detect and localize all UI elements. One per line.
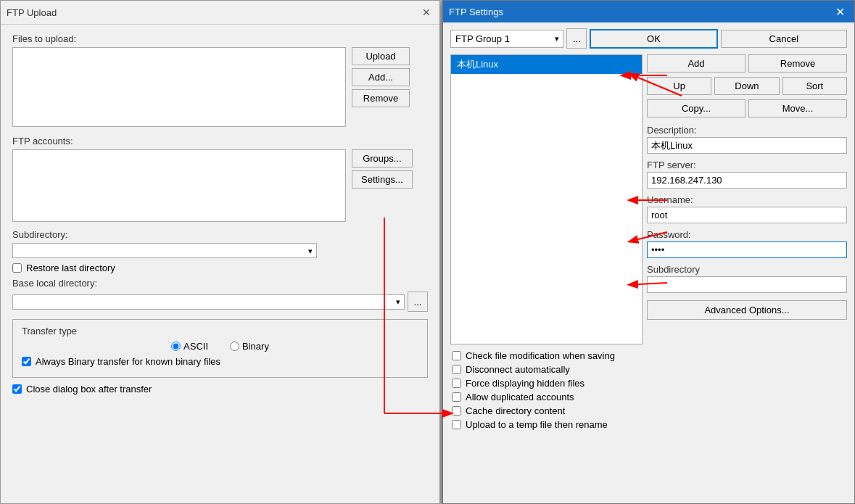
group-dots-button[interactable]: ... bbox=[566, 28, 587, 49]
transfer-type-radio-row: ASCII Binary bbox=[22, 341, 418, 352]
remove-account-button[interactable]: Remove bbox=[748, 54, 847, 73]
base-local-browse-button[interactable]: ... bbox=[408, 292, 428, 312]
settings-main: 本机Linux Add Remove Up Down Sort Copy... bbox=[450, 54, 847, 344]
restore-directory-checkbox[interactable] bbox=[12, 263, 22, 273]
password-label: Password: bbox=[647, 229, 847, 240]
restore-directory-row: Restore last directory bbox=[12, 263, 428, 273]
group-dropdown[interactable]: FTP Group 1 bbox=[450, 30, 563, 48]
cache-directory-checkbox[interactable] bbox=[452, 406, 461, 416]
check-file-modification-row: Check file modification when saving bbox=[452, 350, 846, 361]
up-button[interactable]: Up bbox=[647, 77, 711, 95]
ascii-radio[interactable] bbox=[171, 342, 181, 351]
settings-content: FTP Group 1 ... OK Cancel 本机Linux bbox=[443, 22, 854, 439]
password-input[interactable] bbox=[647, 241, 847, 258]
base-local-label: Base local directory: bbox=[12, 278, 428, 289]
subdirectory-settings-input[interactable] bbox=[647, 276, 847, 293]
subdirectory-dropdown[interactable] bbox=[12, 243, 317, 258]
ftp-upload-titlebar: FTP Upload ✕ bbox=[1, 1, 439, 25]
subdirectory-section: Subdirectory: bbox=[12, 229, 428, 258]
subdirectory-settings-section: Subdirectory bbox=[647, 261, 847, 293]
base-local-dropdown-wrapper[interactable] bbox=[12, 294, 405, 310]
add-files-button[interactable]: Add... bbox=[352, 68, 410, 86]
account-item[interactable]: 本机Linux bbox=[451, 55, 642, 74]
move-button[interactable]: Move... bbox=[748, 99, 847, 117]
allow-duplicated-checkbox[interactable] bbox=[452, 392, 461, 402]
copy-button[interactable]: Copy... bbox=[647, 99, 745, 117]
ftp-upload-close-button[interactable]: ✕ bbox=[419, 5, 434, 20]
transfer-type-title: Transfer type bbox=[22, 326, 418, 336]
ftp-accounts-section: FTP accounts: Groups... Settings... bbox=[12, 136, 428, 222]
force-hidden-files-row: Force displaying hidden files bbox=[452, 378, 846, 389]
account-name: 本机Linux bbox=[457, 59, 498, 70]
group-dropdown-wrapper[interactable]: FTP Group 1 bbox=[450, 30, 563, 48]
always-binary-row: Always Binary transfer for known binary … bbox=[22, 356, 418, 367]
remove-files-button[interactable]: Remove bbox=[352, 89, 410, 107]
allow-duplicated-label: Allow duplicated accounts bbox=[466, 392, 574, 402]
upload-temp-file-label: Upload to a temp file then rename bbox=[466, 419, 608, 430]
restore-directory-label: Restore last directory bbox=[26, 263, 115, 273]
files-to-upload-section: Files to upload: Upload Add... Remove bbox=[12, 33, 428, 130]
disconnect-automatically-checkbox[interactable] bbox=[452, 365, 461, 374]
ascii-label: ASCII bbox=[183, 341, 208, 352]
add-remove-row: Add Remove bbox=[647, 54, 847, 73]
ftp-accounts-area[interactable] bbox=[12, 149, 346, 222]
ftp-upload-title: FTP Upload bbox=[7, 7, 57, 18]
base-local-section: Base local directory: ... bbox=[12, 278, 428, 312]
check-file-modification-label: Check file modification when saving bbox=[466, 350, 615, 361]
binary-label: Binary bbox=[242, 341, 269, 352]
settings-titlebar: FTP Settings ✕ bbox=[443, 1, 854, 22]
settings-right-panel: Add Remove Up Down Sort Copy... Move... … bbox=[647, 54, 847, 344]
cache-directory-label: Cache directory content bbox=[466, 405, 565, 416]
add-account-button[interactable]: Add bbox=[647, 54, 745, 73]
settings-button[interactable]: Settings... bbox=[352, 170, 413, 189]
upload-temp-file-checkbox[interactable] bbox=[452, 420, 461, 429]
up-down-sort-row: Up Down Sort bbox=[647, 77, 847, 95]
upload-button[interactable]: Upload bbox=[352, 47, 410, 65]
base-local-row: ... bbox=[12, 292, 428, 312]
settings-close-button[interactable]: ✕ bbox=[831, 4, 848, 19]
username-input[interactable] bbox=[647, 207, 847, 223]
description-input[interactable] bbox=[647, 137, 847, 154]
description-label: Description: bbox=[647, 125, 847, 136]
close-dialog-checkbox[interactable] bbox=[12, 384, 22, 394]
always-binary-checkbox[interactable] bbox=[22, 357, 31, 366]
allow-duplicated-row: Allow duplicated accounts bbox=[452, 392, 846, 402]
ok-button[interactable]: OK bbox=[590, 29, 717, 49]
always-binary-label: Always Binary transfer for known binary … bbox=[36, 356, 220, 367]
ftp-settings-window: FTP Settings ✕ FTP Group 1 ... OK Cancel… bbox=[442, 0, 855, 504]
transfer-type-section: Transfer type ASCII Binary Always Binary… bbox=[12, 319, 428, 378]
base-local-dropdown[interactable] bbox=[12, 294, 405, 310]
groups-button[interactable]: Groups... bbox=[352, 149, 413, 168]
settings-title: FTP Settings bbox=[449, 7, 503, 17]
cancel-button[interactable]: Cancel bbox=[721, 30, 847, 48]
copy-move-row: Copy... Move... bbox=[647, 99, 847, 117]
force-hidden-files-checkbox[interactable] bbox=[452, 379, 461, 388]
ftp-server-label: FTP server: bbox=[647, 160, 847, 170]
accounts-list[interactable]: 本机Linux bbox=[450, 54, 643, 344]
disconnect-automatically-row: Disconnect automatically bbox=[452, 364, 846, 375]
username-section: Username: bbox=[647, 191, 847, 223]
close-dialog-row: Close dialog box after transfer bbox=[12, 384, 428, 394]
files-to-upload-label: Files to upload: bbox=[12, 33, 428, 44]
password-section: Password: bbox=[647, 226, 847, 258]
binary-option: Binary bbox=[230, 341, 269, 352]
username-label: Username: bbox=[647, 194, 847, 205]
group-row: FTP Group 1 ... OK Cancel bbox=[450, 28, 847, 49]
ftp-upload-window: FTP Upload ✕ Files to upload: Upload Add… bbox=[0, 0, 440, 504]
down-button[interactable]: Down bbox=[714, 77, 779, 95]
binary-radio[interactable] bbox=[230, 342, 239, 351]
subdirectory-settings-label: Subdirectory bbox=[647, 264, 847, 275]
check-file-modification-checkbox[interactable] bbox=[452, 351, 461, 360]
sort-button[interactable]: Sort bbox=[782, 77, 847, 95]
disconnect-automatically-label: Disconnect automatically bbox=[466, 364, 570, 375]
subdirectory-label: Subdirectory: bbox=[12, 229, 428, 240]
upload-temp-file-row: Upload to a temp file then rename bbox=[452, 419, 846, 430]
ftp-server-section: FTP server: bbox=[647, 157, 847, 189]
advanced-options-button[interactable]: Advanced Options... bbox=[647, 300, 847, 320]
ftp-server-input[interactable] bbox=[647, 172, 847, 189]
subdirectory-dropdown-wrapper[interactable] bbox=[12, 243, 317, 258]
close-dialog-label: Close dialog box after transfer bbox=[26, 384, 152, 394]
cache-directory-row: Cache directory content bbox=[452, 405, 846, 416]
files-list-area[interactable] bbox=[12, 47, 346, 127]
ftp-accounts-label: FTP accounts: bbox=[12, 136, 428, 146]
